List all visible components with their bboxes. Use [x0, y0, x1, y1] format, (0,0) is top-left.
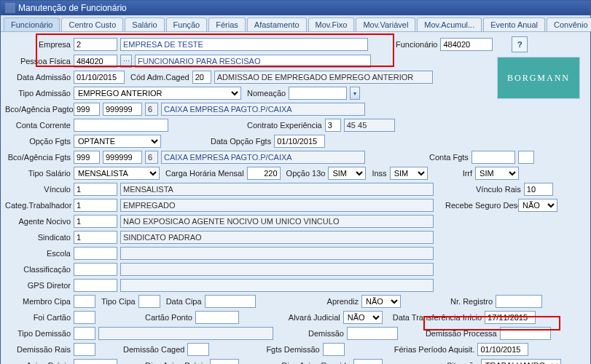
label-dias-aviso-previo: Dias Aviso Prévio [142, 361, 207, 364]
window: Manutenção de Funcionário Funcionário Ce… [0, 0, 591, 364]
tab-evento-anual[interactable]: Evento Anual [483, 17, 545, 31]
aprendiz-select[interactable]: NÃO [361, 295, 401, 308]
ag-pagto-input[interactable] [103, 103, 142, 116]
contrato-exp-input[interactable] [325, 119, 341, 132]
bco-pagto-nome [161, 103, 365, 116]
gps-diretor-cod-input[interactable] [74, 279, 117, 292]
tab-afastamento[interactable]: Afastamento [247, 17, 307, 31]
pessoa-fisica-lookup-button[interactable]: ⋯ [120, 55, 132, 68]
nr-registro-input[interactable] [496, 295, 542, 308]
label-dias-aviso-reavido: Dias Aviso Reavido [278, 361, 351, 364]
help-button[interactable]: ? [512, 36, 528, 52]
ag-fgts-dv [145, 151, 158, 164]
gps-diretor-desc [120, 279, 434, 292]
label-demissao: Demissão [305, 329, 344, 338]
label-classificacao: Classificação [5, 265, 71, 274]
data-transf-inicio-input[interactable] [485, 311, 536, 324]
empresa-nome-input[interactable] [120, 38, 368, 51]
pessoa-fisica-nome-input[interactable] [135, 55, 371, 68]
label-vinculo-rais: Vínculo Rais [473, 185, 521, 194]
label-tipo-cipa: Tipo Cipa [98, 297, 136, 306]
tipo-demissao-desc [98, 327, 273, 340]
tab-ferias[interactable]: Férias [208, 17, 246, 31]
data-cipa-input[interactable] [205, 295, 256, 308]
tab-mov-fixo[interactable]: Mov.Fixo [308, 17, 355, 31]
irrf-select[interactable]: SIM [475, 167, 519, 180]
empresa-cod-input[interactable] [74, 38, 117, 51]
categ-trab-cod-input[interactable] [74, 199, 117, 212]
bco-fgts-input[interactable] [74, 151, 100, 164]
tab-funcionario[interactable]: Funcionário [4, 17, 60, 31]
vinculo-cod-input[interactable] [74, 183, 117, 196]
tab-centro-custo[interactable]: Centro Custo [61, 17, 123, 31]
aviso-previo-input[interactable] [74, 359, 117, 364]
demissao-input[interactable] [347, 327, 398, 340]
classificacao-cod-input[interactable] [74, 263, 117, 276]
label-nomeacao: Nomeação [244, 89, 286, 98]
situacao-select[interactable]: TRABALHANDO [481, 359, 561, 364]
label-demissao-rais: Demissão Rais [5, 345, 71, 354]
inss-select[interactable]: SIM [390, 167, 428, 180]
conta-fgts-dv-input[interactable] [518, 151, 534, 164]
tipo-salario-select[interactable]: MENSALISTA [74, 167, 160, 180]
demissao-caged-cod-input[interactable] [187, 343, 209, 356]
vinculo-rais-input[interactable] [524, 183, 553, 196]
tipo-admissao-select[interactable]: EMPREGO ANTERIOR [74, 87, 241, 100]
label-data-transf-inicio: Data Transferência Início [390, 313, 482, 322]
cod-adm-caged-input[interactable] [192, 71, 211, 84]
tipo-cipa-input[interactable] [138, 295, 160, 308]
label-fgts-demissao: Fgts Demissão [263, 345, 319, 354]
label-agente-nocivo: Agente Nocivo [5, 217, 71, 226]
label-aviso-previo: Aviso Prévio [5, 361, 71, 364]
dias-aviso-previo-input[interactable] [210, 359, 239, 364]
opcao-fgts-select[interactable]: OPTANTE [74, 135, 161, 148]
bco-pagto-input[interactable] [74, 103, 100, 116]
cartao-ponto-input[interactable] [195, 311, 239, 324]
label-demissao-processa: Demissão Processa [423, 329, 497, 338]
nomeacao-dropdown-button[interactable]: ▾ [350, 87, 360, 100]
tab-mov-acumul[interactable]: Mov.Acumul... [417, 17, 482, 31]
label-pessoa-fisica: Pessoa Física [5, 57, 71, 66]
opcao-13o-select[interactable]: SIM [328, 167, 366, 180]
ag-fgts-input[interactable] [103, 151, 142, 164]
data-admissao-input[interactable] [74, 71, 125, 84]
demissao-rais-cod-input[interactable] [74, 343, 95, 356]
agente-nocivo-cod-input[interactable] [74, 215, 117, 228]
alvara-judicial-select[interactable]: NÃO [343, 311, 383, 324]
fgts-demissao-cod-input[interactable] [323, 343, 345, 356]
label-conta-corrente: Conta Corrente [5, 121, 71, 130]
bco-fgts-nome [161, 151, 365, 164]
foi-cartao-input[interactable] [74, 311, 95, 324]
sindicato-desc [120, 231, 434, 244]
tab-mov-variavel[interactable]: Mov.Variável [356, 17, 415, 31]
tab-convenio[interactable]: Convênio [547, 17, 591, 31]
label-ferias-periodo: Férias Período Aquisit. [391, 345, 475, 354]
nomeacao-input[interactable] [289, 87, 347, 100]
label-empresa: Empresa [5, 40, 71, 49]
pessoa-fisica-cod-input[interactable] [74, 55, 117, 68]
label-demissao-caged: Demissão Caged [120, 345, 184, 354]
escola-cod-input[interactable] [74, 247, 117, 260]
titlebar: Manutenção de Funcionário [1, 1, 590, 15]
recebe-seguro-select[interactable]: NÃO [518, 199, 557, 212]
label-alvara-judicial: Alvará Judicial [286, 313, 340, 322]
window-title: Manutenção de Funcionário [18, 3, 127, 13]
ag-pagto-dv [145, 103, 158, 116]
data-opcao-fgts-input[interactable] [274, 135, 325, 148]
carga-horaria-input[interactable] [247, 167, 281, 180]
label-gps-diretor: GPS Diretor [5, 281, 71, 290]
label-sindicato: Sindicato [5, 233, 71, 242]
label-foi-cartao: Foi Cartão [5, 313, 71, 322]
tipo-demissao-cod-input[interactable] [74, 327, 95, 340]
tab-salario[interactable]: Salário [125, 17, 164, 31]
funcionario-cod-input[interactable] [440, 38, 493, 51]
demissao-processa-input[interactable] [500, 327, 551, 340]
tab-funcao[interactable]: Função [166, 17, 208, 31]
ferias-periodo-input[interactable] [477, 343, 528, 356]
membro-cipa-input[interactable] [74, 295, 95, 308]
sindicato-cod-input[interactable] [74, 231, 117, 244]
conta-fgts-input[interactable] [471, 151, 515, 164]
conta-corrente-input[interactable] [74, 119, 168, 132]
label-conta-fgts: Conta Fgts [426, 153, 469, 162]
dias-aviso-reavido-input[interactable] [353, 359, 383, 364]
